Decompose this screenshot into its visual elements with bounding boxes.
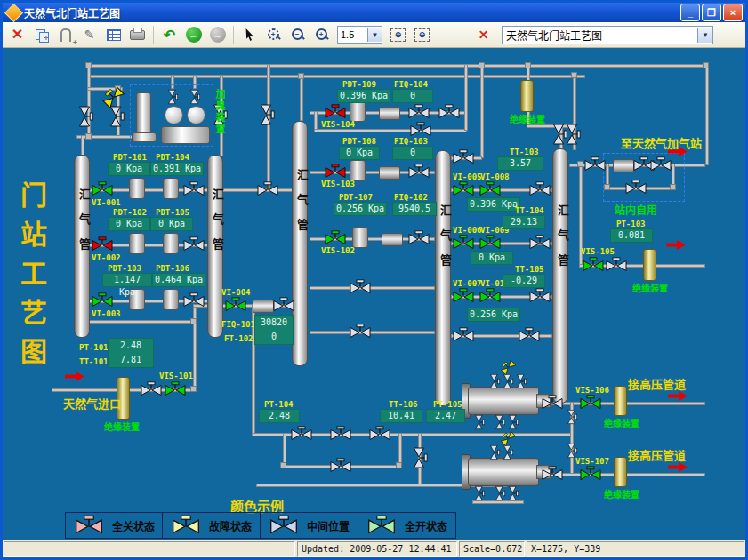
valve[interactable] — [183, 236, 205, 252]
valve[interactable] — [189, 90, 201, 105]
valve-vi-002[interactable] — [92, 236, 113, 252]
valve-vi-006[interactable] — [453, 235, 474, 251]
valve-vi-009[interactable] — [479, 235, 501, 251]
valve-label: VI-004 — [221, 288, 251, 297]
valve[interactable] — [503, 445, 514, 460]
valve-vis-104[interactable] — [325, 104, 346, 120]
valve[interactable] — [141, 381, 162, 397]
valve[interactable] — [350, 279, 371, 295]
select-tool-button[interactable] — [238, 24, 261, 45]
valve[interactable] — [542, 466, 563, 482]
valve[interactable] — [438, 104, 460, 120]
valve-vis-105[interactable] — [583, 257, 604, 273]
valve[interactable] — [516, 374, 527, 389]
back-icon: ← — [186, 27, 202, 43]
valve[interactable] — [412, 447, 428, 468]
valve[interactable] — [183, 292, 205, 308]
valve[interactable] — [167, 90, 179, 105]
valve[interactable] — [183, 181, 205, 197]
valve[interactable] — [77, 106, 93, 127]
valve-vis-106[interactable] — [580, 395, 601, 411]
valve[interactable] — [489, 374, 501, 389]
close-view-button[interactable]: ✕ — [472, 24, 495, 45]
valve[interactable] — [259, 104, 275, 125]
valve[interactable] — [495, 486, 506, 501]
delete-button[interactable]: ✕ — [6, 24, 28, 45]
valve-label: VIS-103 — [321, 180, 355, 188]
print-button[interactable] — [126, 24, 149, 45]
valve[interactable] — [565, 124, 581, 145]
valve-vi-007[interactable] — [453, 288, 474, 304]
marquee-zoom-in-button[interactable]: ⊕ — [387, 24, 409, 45]
zoom-out-button[interactable]: − — [286, 24, 309, 45]
zoom-level-select[interactable]: 1.5▼ — [337, 26, 382, 44]
valve[interactable] — [529, 235, 551, 251]
pipe-joint — [190, 318, 197, 324]
valve-vi-008[interactable] — [479, 181, 501, 197]
add-page-button[interactable]: + — [30, 24, 52, 45]
valve[interactable] — [257, 181, 278, 197]
valve[interactable] — [519, 327, 540, 343]
valve-vis-103[interactable] — [325, 164, 346, 180]
undo-button[interactable]: ↶ — [158, 24, 181, 45]
chevron-down-icon[interactable]: ▼ — [367, 28, 382, 42]
tag-label: FIQ-101 — [221, 320, 255, 329]
valve[interactable] — [330, 426, 351, 442]
valve[interactable] — [625, 180, 647, 196]
valve[interactable] — [584, 156, 606, 172]
valve-vi-004[interactable] — [225, 297, 246, 313]
valve[interactable] — [410, 122, 431, 138]
valve[interactable] — [606, 257, 627, 273]
valve[interactable] — [474, 415, 486, 430]
value-pdt-102: 0 Kpa — [108, 217, 150, 231]
to-fueling-station-label: 至天然气加气站 — [621, 134, 702, 151]
valve[interactable] — [273, 297, 294, 313]
valve[interactable] — [408, 164, 430, 180]
chevron-down-icon[interactable]: ▼ — [697, 28, 712, 43]
grid-button[interactable] — [102, 24, 125, 45]
valve[interactable] — [567, 410, 578, 425]
valve[interactable] — [489, 445, 501, 460]
valve[interactable] — [453, 149, 474, 165]
minimize-button[interactable]: _ — [680, 4, 700, 21]
edit-button[interactable]: ✎ — [78, 24, 101, 45]
valve[interactable] — [330, 458, 351, 474]
valve[interactable] — [495, 415, 506, 430]
back-button[interactable]: ← — [182, 24, 205, 45]
valve-vi-003[interactable] — [92, 292, 113, 308]
valve[interactable] — [474, 486, 486, 501]
valve[interactable] — [408, 230, 430, 246]
valve[interactable] — [508, 486, 519, 501]
valve[interactable] — [567, 444, 578, 459]
pipe-joint — [280, 462, 286, 468]
value-row1: 0.396 Kpa — [467, 197, 520, 212]
restore-button[interactable]: ❐ — [702, 4, 721, 21]
valve[interactable] — [291, 426, 312, 442]
valve[interactable] — [109, 106, 125, 127]
valve-vi-010[interactable] — [479, 288, 501, 304]
manifold-label: 汇气管 — [437, 204, 453, 279]
valve-vi-001[interactable] — [92, 181, 113, 197]
valve-vis-101[interactable] — [165, 381, 186, 397]
valve-vis-107[interactable] — [580, 466, 601, 482]
valve-vis-102[interactable] — [325, 230, 346, 246]
attach-button[interactable]: + — [54, 24, 76, 45]
valve[interactable] — [650, 156, 672, 172]
zoom-in-button[interactable]: + — [310, 24, 333, 45]
valve[interactable] — [453, 327, 474, 343]
valve[interactable] — [508, 415, 519, 430]
valve-vi-005[interactable] — [453, 181, 474, 197]
forward-button[interactable]: → — [206, 24, 229, 45]
valve[interactable] — [369, 426, 390, 442]
flow-element — [382, 233, 403, 246]
marquee-zoom-out-button[interactable]: ⊖ — [411, 24, 433, 45]
close-button[interactable]: × — [723, 4, 743, 21]
screen-select[interactable]: 天然气北门站工艺图▼ — [502, 26, 713, 44]
valve[interactable] — [408, 104, 430, 120]
valve[interactable] — [350, 324, 371, 340]
valve[interactable] — [529, 288, 551, 304]
pan-tool-button[interactable]: + — [262, 24, 285, 45]
valve[interactable] — [529, 181, 551, 197]
valve[interactable] — [542, 395, 563, 411]
valve[interactable] — [503, 374, 514, 389]
